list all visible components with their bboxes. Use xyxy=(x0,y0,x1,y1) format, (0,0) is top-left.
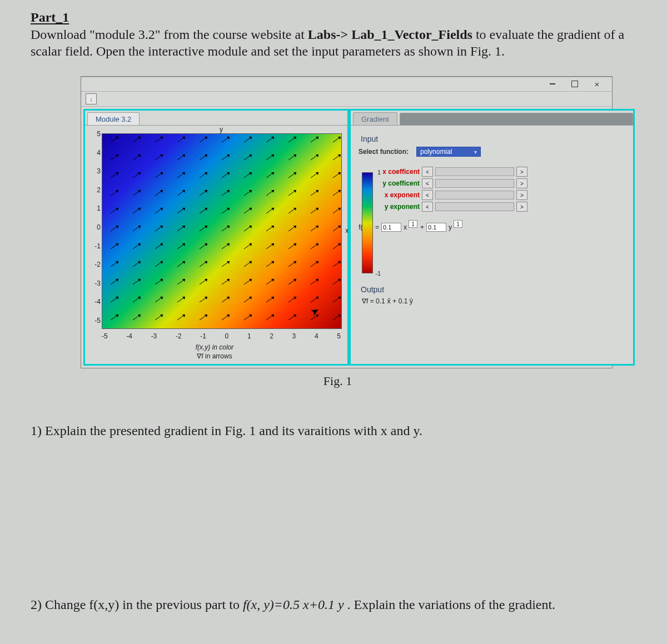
yexp-inc-button[interactable]: > xyxy=(516,202,527,212)
ytick: 4 xyxy=(87,149,101,157)
colorbar-min: -1 xyxy=(375,270,381,277)
yexp-slider[interactable] xyxy=(435,202,514,211)
xtick: 0 xyxy=(225,332,229,340)
equation-row: f(x,y) = 0.1 x 1 + 0.1 y 1 xyxy=(359,223,625,232)
var-y: y xyxy=(449,223,452,231)
output-title: Output xyxy=(359,282,625,297)
xtick: 1 xyxy=(247,332,251,340)
ytick: -3 xyxy=(87,279,101,287)
exp-x-input[interactable]: 1 xyxy=(409,220,417,228)
caption-line1: f(x,y) in color xyxy=(196,343,234,351)
heatmap-plot: ➤ xyxy=(102,133,342,329)
xexp-dec-button[interactable]: < xyxy=(422,190,433,200)
var-x: x xyxy=(404,223,407,231)
y-ticks: 5 4 3 2 1 0 -1 -2 -3 -4 -5 xyxy=(87,130,101,325)
row-yexp: y exponent < > xyxy=(370,202,625,212)
ytick: 0 xyxy=(87,223,101,231)
ycoef-dec-button[interactable]: < xyxy=(422,178,433,188)
question-2: 2) Change f(x,y) in the previous part to… xyxy=(31,596,645,613)
ytick: -2 xyxy=(87,261,101,268)
colorbar-max: 1 xyxy=(377,169,381,176)
tab-gradient[interactable]: Gradient xyxy=(353,112,397,125)
question-1: 1) Explain the presented gradient in Fig… xyxy=(31,422,645,440)
xcoef-dec-button[interactable]: < xyxy=(422,167,433,177)
xexp-slider[interactable] xyxy=(435,191,514,199)
q2-seg1: 2) Change f(x,y) in the previous part to xyxy=(31,597,243,612)
xtick: -1 xyxy=(200,332,206,340)
ycoef-slider[interactable] xyxy=(435,179,514,188)
ytick: -1 xyxy=(87,242,101,250)
row-xexp: x exponent < > xyxy=(370,190,625,200)
q2-seg3: . Explain the variations of the gradient… xyxy=(347,597,556,612)
exp-y-input[interactable]: 1 xyxy=(454,220,462,228)
yexp-dec-button[interactable]: < xyxy=(422,202,433,212)
vector-arrows xyxy=(102,134,341,328)
xcoef-slider[interactable] xyxy=(435,167,514,176)
x-ticks: -5 -4 -3 -2 -1 0 1 2 3 4 5 xyxy=(102,332,341,340)
xtick: -2 xyxy=(176,332,182,340)
plot-area: y x 5 4 3 2 1 0 -1 -2 -3 -4 xyxy=(102,133,341,328)
ytick: 2 xyxy=(87,186,101,194)
download-icon[interactable]: ↓ xyxy=(86,93,97,104)
titlebar: × xyxy=(81,77,612,92)
eq-plus: + xyxy=(420,223,424,231)
xtick: 3 xyxy=(292,332,296,340)
ycoef-label: y coefficent xyxy=(370,179,420,187)
ytick: -4 xyxy=(87,298,101,306)
right-tabrow: Gradient xyxy=(351,111,633,126)
xtick: 2 xyxy=(270,332,273,340)
right-panel: Gradient Input Select function: polynomi… xyxy=(349,109,635,366)
toolstrip: ↓ xyxy=(81,92,612,107)
caption-line2: ∇f in arrows xyxy=(197,352,232,360)
output-gradient: ∇f = 0.1 x̂ + 0.1 ŷ xyxy=(359,297,625,305)
intro-text: Download "module 3.2" from the course we… xyxy=(31,26,645,59)
row-ycoef: y coefficent < > xyxy=(370,178,625,188)
chevron-down-icon: ▾ xyxy=(474,149,477,155)
maximize-icon xyxy=(571,81,578,87)
figure-caption: Fig. 1 xyxy=(31,374,645,388)
y-axis-label: y xyxy=(220,126,223,133)
coef-y-input[interactable]: 0.1 xyxy=(426,223,446,232)
plot-caption: f(x,y) in color ∇f in arrows xyxy=(88,343,341,361)
coef-rows: x coefficent < > y coefficent < > xyxy=(370,167,625,212)
minimize-icon xyxy=(550,83,555,84)
ytick: 1 xyxy=(87,204,101,212)
output-section: Output ∇f = 0.1 x̂ + 0.1 ŷ xyxy=(359,282,625,305)
row-xcoef: x coefficent < > xyxy=(370,167,625,177)
dropdown-value: polynomial xyxy=(420,148,452,156)
module-window: × ↓ Module 3.2 y x 5 4 3 xyxy=(81,76,613,368)
function-dropdown[interactable]: polynomial ▾ xyxy=(416,147,481,157)
xexp-inc-button[interactable]: > xyxy=(516,190,527,200)
xtick: -3 xyxy=(151,332,157,340)
xtick: -4 xyxy=(126,332,132,340)
coef-x-input[interactable]: 0.1 xyxy=(381,223,401,232)
xtick: 5 xyxy=(337,332,341,340)
colorbar xyxy=(362,172,373,273)
ytick: 3 xyxy=(87,167,101,175)
xcoef-inc-button[interactable]: > xyxy=(516,167,527,177)
yexp-label: y exponent xyxy=(370,203,420,211)
minimize-button[interactable] xyxy=(545,79,560,89)
xexp-label: x exponent xyxy=(370,191,420,199)
tab-module[interactable]: Module 3.2 xyxy=(87,112,140,125)
intro-seg1: Download "module 3.2" from the course we… xyxy=(31,27,308,42)
ytick: -5 xyxy=(87,317,101,325)
ycoef-inc-button[interactable]: > xyxy=(516,178,527,188)
x-axis-label: x xyxy=(345,227,349,234)
part-heading: Part_1 xyxy=(31,10,645,25)
xtick: -5 xyxy=(102,332,108,340)
ytick: 5 xyxy=(87,130,101,138)
left-panel: Module 3.2 y x 5 4 3 2 1 0 -1 xyxy=(83,109,349,366)
intro-bold-path: Labs-> Lab_1_Vector_Fields xyxy=(308,27,472,42)
q2-formula: f(x, y)=0.5 x+0.1 y xyxy=(243,597,344,612)
tab-blank xyxy=(400,113,633,125)
xtick: 4 xyxy=(315,332,318,340)
maximize-button[interactable] xyxy=(568,79,582,89)
input-title: Input xyxy=(359,131,625,147)
select-function-label: Select function: xyxy=(359,148,409,156)
close-button[interactable]: × xyxy=(590,79,604,89)
left-tabrow: Module 3.2 xyxy=(85,111,347,126)
